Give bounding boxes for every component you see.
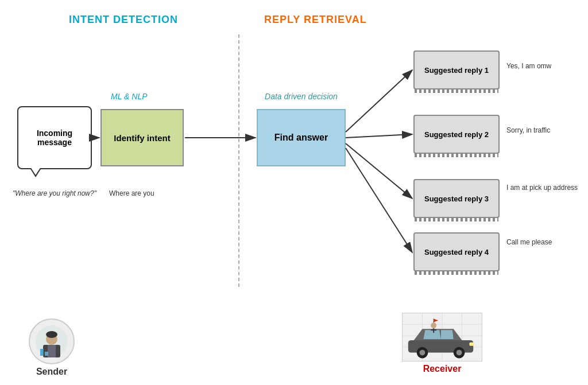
receiver-icon — [402, 313, 482, 361]
identify-intent-box: Identify intent — [100, 109, 184, 166]
reply1-label: Suggested reply 1 — [424, 66, 489, 75]
svg-point-30 — [431, 322, 436, 328]
svg-marker-23 — [423, 330, 441, 339]
reply2-label: Suggested reply 2 — [424, 130, 489, 139]
intent-detection-title: INTENT DETECTION — [69, 14, 178, 26]
reply2-text: Sorry, in traffic — [506, 126, 550, 134]
reply3-label: Suggested reply 3 — [424, 195, 489, 203]
svg-rect-29 — [469, 343, 474, 346]
receiver-label: Receiver — [423, 364, 462, 374]
svg-rect-13 — [45, 352, 48, 356]
svg-point-28 — [457, 350, 462, 356]
suggested-reply-2-box: Suggested reply 2 — [413, 115, 500, 154]
svg-marker-24 — [441, 330, 454, 339]
find-answer-label: Find answer — [274, 133, 328, 143]
identify-intent-label: Identify intent — [114, 133, 170, 143]
suggested-reply-3-box: Suggested reply 3 — [413, 179, 500, 218]
reply-retrieval-title: REPLY RETRIEVAL — [264, 14, 367, 26]
svg-rect-9 — [48, 345, 56, 357]
sender-person-svg — [34, 323, 69, 360]
svg-line-5 — [346, 143, 412, 199]
where-are-you-label: Where are you — [109, 189, 154, 197]
find-answer-box: Find answer — [257, 109, 346, 166]
reply4-label: Suggested reply 4 — [424, 248, 489, 256]
reply4-text: Call me please — [506, 238, 552, 246]
incoming-message-label: Incoming message — [23, 129, 86, 147]
svg-line-3 — [346, 70, 412, 132]
svg-line-6 — [346, 148, 412, 252]
ml-nlp-label: ML & NLP — [111, 92, 148, 101]
data-driven-label: Data driven decision — [257, 92, 346, 101]
incoming-quote: "Where are you right now?" — [13, 189, 96, 197]
suggested-reply-1-box: Suggested reply 1 — [413, 50, 500, 90]
incoming-message-box: Incoming message — [17, 106, 92, 169]
svg-point-26 — [420, 350, 425, 356]
sender-label: Sender — [36, 367, 67, 377]
svg-point-11 — [46, 331, 57, 338]
svg-line-4 — [346, 134, 412, 138]
suggested-reply-4-box: Suggested reply 4 — [413, 232, 500, 271]
receiver-section: Receiver — [402, 313, 482, 374]
svg-rect-12 — [40, 349, 44, 356]
reply3-text: I am at pick up address — [506, 184, 578, 192]
diagram-container: INTENT DETECTION REPLY RETRIEVAL Incomin… — [0, 0, 588, 385]
section-divider — [238, 34, 239, 287]
receiver-car-svg — [403, 313, 482, 361]
reply1-text: Yes, I am omw — [506, 62, 551, 70]
sender-icon — [29, 318, 75, 364]
sender-section: Sender — [29, 318, 75, 377]
